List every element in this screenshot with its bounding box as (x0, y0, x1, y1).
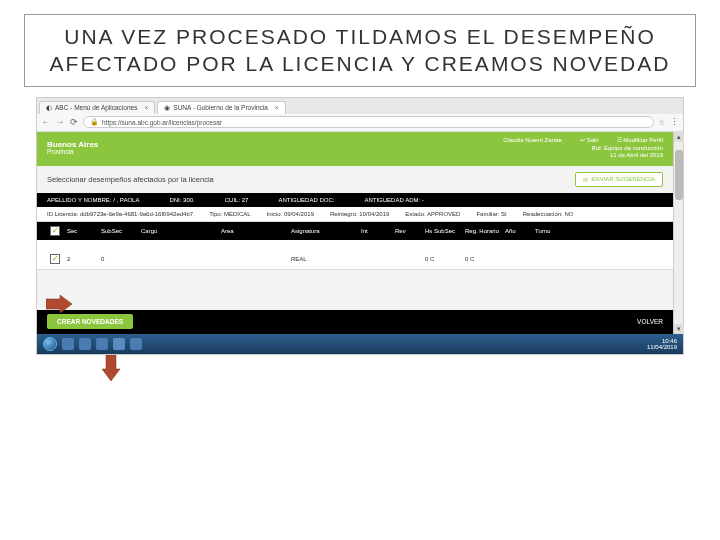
scroll-thumb[interactable] (675, 150, 683, 200)
url-text: https://suna.abc.gob.ar/licencias/proces… (102, 119, 222, 126)
license-family: Familiar: SI (476, 211, 506, 217)
spacer (37, 270, 673, 310)
taskbar-icon-app3[interactable] (130, 338, 142, 350)
logout-link[interactable]: ↩ Salir (580, 137, 599, 145)
license-return: Reintegro: 10/04/2019 (330, 211, 389, 217)
back-icon[interactable]: ← (41, 117, 51, 127)
table-header: ✓ Sec SubSec Cargo Area Asignatura Int R… (37, 222, 673, 240)
apellido-label: APELLIDO Y NOMBRE: / , PAOLA (47, 197, 139, 203)
user-role: Rol: Equipo de conducción (503, 145, 663, 153)
row-checkbox[interactable]: ✓ (50, 254, 60, 264)
page-content: Buenos Aires Provincia Claudia Noemí Zar… (37, 132, 673, 334)
bottom-action-bar: CREAR NOVEDADES VOLVER (37, 310, 673, 334)
scroll-up-icon[interactable]: ▴ (674, 132, 684, 142)
subtitle-row: Seleccionar desempeños afectados por la … (37, 166, 673, 193)
browser-tab-abc[interactable]: ◐ ABC - Menú de Aplicaciones × (39, 101, 155, 114)
modify-profile-link[interactable]: ☰ Modificar Perfil (617, 137, 663, 145)
close-icon[interactable]: × (144, 104, 148, 111)
whiteout (37, 240, 673, 249)
annotation-arrow-down (102, 355, 120, 381)
taskbar-left (43, 337, 142, 351)
site-header: Buenos Aires Provincia Claudia Noemí Zar… (37, 132, 673, 166)
col-sec: Sec (67, 228, 101, 234)
license-type: Tipo: MEDICAL (209, 211, 250, 217)
bookmark-icon[interactable]: ☆ (658, 118, 665, 127)
slide-title: UNA VEZ PROCESADO TILDAMOS EL DESEMPEÑO … (37, 23, 683, 78)
license-start: Inicio: 09/04/2019 (267, 211, 314, 217)
select-all-checkbox[interactable]: ✓ (50, 226, 60, 236)
taskbar-icon-app1[interactable] (79, 338, 91, 350)
volver-link[interactable]: VOLVER (637, 318, 663, 325)
globe-icon: ◐ (46, 104, 52, 112)
header-date: 11 de Abril del 2019 (503, 152, 663, 160)
dni-label: DNI: 300. (169, 197, 194, 203)
menu-icon[interactable]: ⋮ (669, 117, 679, 127)
col-cargo: Cargo (141, 228, 221, 234)
svg-marker-0 (46, 295, 72, 313)
url-field[interactable]: 🔒 https://suna.abc.gob.ar/licencias/proc… (83, 116, 654, 128)
col-int: Int (361, 228, 395, 234)
slide-title-box: UNA VEZ PROCESADO TILDAMOS EL DESEMPEÑO … (24, 14, 696, 87)
scroll-down-icon[interactable]: ▾ (674, 324, 684, 334)
system-tray[interactable]: 10:46 11/04/2019 (647, 338, 677, 350)
tab-label: SUNA - Gobierno de la Provincia (173, 104, 268, 111)
tab-bar: ◐ ABC - Menú de Aplicaciones × ◉ SUNA - … (37, 98, 683, 114)
send-suggestion-button[interactable]: ✉ ENVIAR SUGERENCIA (575, 172, 663, 187)
col-turno: Turno (535, 228, 565, 234)
sugerencia-label: ENVIAR SUGERENCIA (591, 176, 655, 182)
mail-icon: ✉ (583, 176, 588, 183)
browser-tab-suna[interactable]: ◉ SUNA - Gobierno de la Provincia × (157, 101, 285, 114)
address-bar: ← → ⟳ 🔒 https://suna.abc.gob.ar/licencia… (37, 114, 683, 132)
tab-label: ABC - Menú de Aplicaciones (55, 104, 137, 111)
page-subtitle: Seleccionar desempeños afectados por la … (47, 175, 214, 184)
svg-marker-1 (102, 355, 120, 381)
profile-icon: ☰ (617, 137, 622, 143)
forward-icon[interactable]: → (55, 117, 65, 127)
user-name: Claudia Noemí Zarate (503, 137, 562, 145)
taskbar-icon-explorer[interactable] (62, 338, 74, 350)
annotation-arrow-right (46, 295, 72, 313)
col-reghorario: Reg. Horario (465, 228, 505, 234)
col-area: Area (221, 228, 291, 234)
windows-taskbar: 10:46 11/04/2019 (37, 334, 683, 354)
cell-reg: 0 C (465, 256, 505, 262)
cell-subsec: 0 (101, 256, 141, 262)
lock-icon: 🔒 (90, 118, 99, 126)
license-id: ID Licencia: ddb9723e-6e9a-4681-9a6d-16f… (47, 211, 193, 217)
cell-sec: 2 (67, 256, 101, 262)
license-readec: Readecuación: NO (523, 211, 574, 217)
start-button[interactable] (43, 337, 57, 351)
antig-doc-label: ANTIGUEDAD DOC: (278, 197, 334, 203)
cuil-label: CUIL: 27 (225, 197, 249, 203)
col-ano: Año (505, 228, 535, 234)
page-content-wrap: Buenos Aires Provincia Claudia Noemí Zar… (37, 132, 683, 334)
taskbar-icon-app2[interactable] (96, 338, 108, 350)
row-checkbox-col: ✓ (43, 254, 67, 264)
taskbar-icon-chrome[interactable] (113, 338, 125, 350)
crear-novedades-button[interactable]: CREAR NOVEDADES (47, 314, 133, 329)
user-info: Claudia Noemí Zarate ↩ Salir ☰ Modificar… (503, 137, 663, 160)
site-logo: Buenos Aires Provincia (47, 141, 98, 156)
close-icon[interactable]: × (275, 104, 279, 111)
col-rev: Rev (395, 228, 425, 234)
antig-adm-label: ANTIGUEDAD ADM: - (364, 197, 423, 203)
col-hssubsec: Hs SubSec (425, 228, 465, 234)
license-info-row: ID Licencia: ddb9723e-6e9a-4681-9a6d-16f… (37, 207, 673, 222)
reload-icon[interactable]: ⟳ (69, 117, 79, 127)
cell-asig: REAL (291, 256, 361, 262)
checkbox-header-col: ✓ (43, 226, 67, 236)
license-status: Estado: APPROVED (405, 211, 460, 217)
clock-date: 11/04/2019 (647, 344, 677, 350)
browser-window: ◐ ABC - Menú de Aplicaciones × ◉ SUNA - … (36, 97, 684, 355)
person-info-bar: APELLIDO Y NOMBRE: / , PAOLA DNI: 300. C… (37, 193, 673, 207)
col-asignatura: Asignatura (291, 228, 361, 234)
table-row: ✓ 2 0 REAL 0 C 0 C (37, 249, 673, 270)
logout-icon: ↩ (580, 137, 585, 143)
cell-hss: 0 C (425, 256, 465, 262)
col-subsec: SubSec (101, 228, 141, 234)
brand-line2: Provincia (47, 149, 98, 156)
vertical-scrollbar[interactable]: ▴ ▾ (673, 132, 683, 334)
globe-icon: ◉ (164, 104, 170, 112)
